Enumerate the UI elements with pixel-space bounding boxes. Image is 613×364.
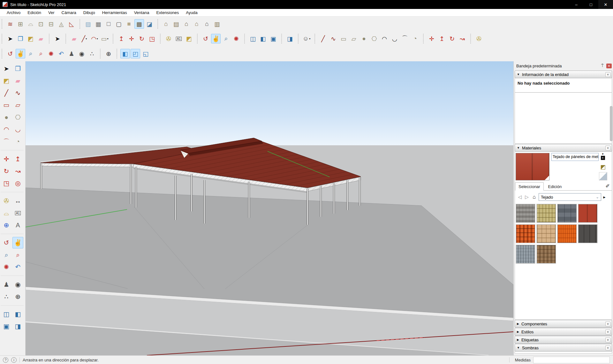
style-monochrome[interactable]: ◪ [145, 19, 154, 29]
home-icon[interactable]: ⌂ [530, 194, 538, 200]
text-tool[interactable]: A1 [174, 34, 184, 43]
collection-dropdown[interactable]: Tejado ⌄ [539, 193, 601, 201]
secondary-pane-button[interactable]: ▼ + [600, 153, 606, 161]
arc-tool[interactable]: ◠▾ [90, 34, 99, 43]
text-tool[interactable]: A1 [12, 207, 23, 219]
follow-me-tool[interactable]: ↝ [12, 165, 23, 177]
polygon-tool[interactable]: ⎔ [12, 111, 23, 123]
material-swatch-fishscale-shingles-tan[interactable] [537, 224, 556, 243]
zoom-extents[interactable]: ✺ [46, 49, 56, 58]
make-component[interactable]: ❐ [16, 34, 25, 43]
select-tool[interactable]: ➤ [53, 34, 62, 43]
style-xray[interactable]: ▨ [83, 19, 93, 29]
warehouse-get-models[interactable]: ⌂ [161, 19, 171, 29]
material-swatch-shakes-brown[interactable] [537, 245, 556, 263]
iso-view[interactable]: ◧ [120, 49, 130, 58]
rectangle-tool[interactable]: ▭ [1, 99, 12, 111]
close-button[interactable]: ✕ [598, 0, 613, 9]
two-point-arc-tool[interactable]: ◡ [390, 34, 399, 43]
dropdown-arrow-icon[interactable]: ▾ [86, 37, 87, 40]
panel-close-icon[interactable]: ✕ [605, 337, 610, 342]
zoom-window[interactable]: ⌕ [36, 49, 46, 58]
select-tool[interactable]: ➤ [1, 63, 12, 74]
pin-icon[interactable]: ⍑ [600, 63, 605, 68]
paint-bucket[interactable]: ◩ [26, 34, 35, 43]
rotate-tool[interactable]: ↻ [137, 34, 147, 43]
dimensions-tool[interactable]: ↔ [12, 195, 23, 207]
display-section-planes[interactable]: ▣ [269, 34, 278, 43]
circle-tool[interactable]: ● [359, 34, 369, 43]
axes-tool[interactable]: ⊕ [104, 49, 113, 58]
move-tool[interactable]: ✛ [127, 34, 136, 43]
warehouse-share-model[interactable]: ⌂ [192, 19, 201, 29]
expand-triangle-icon[interactable]: ▼ [517, 146, 520, 149]
panel-close-icon[interactable]: ✕ [605, 146, 610, 150]
move-tool[interactable]: ✛ [427, 34, 436, 43]
material-swatch-asphalt-shingles-gray[interactable] [516, 204, 535, 223]
panel-header-componentes[interactable]: ▶Componentes✕ [515, 320, 612, 328]
rotate-tool[interactable]: ↻ [447, 34, 457, 43]
eyedropper-icon[interactable]: ✐ [606, 183, 610, 189]
eraser-tool[interactable]: ▰ [69, 34, 79, 43]
panel-header-etiquetas[interactable]: ▶Etiquetas✕ [515, 336, 612, 344]
add-detail-icon[interactable]: ◬ [57, 19, 66, 29]
offset-tool[interactable]: ◎ [12, 178, 23, 189]
maximize-button[interactable]: □ [584, 0, 598, 9]
freehand-tool[interactable]: ∿ [12, 87, 23, 99]
top-view[interactable]: ◰ [131, 49, 140, 58]
make-component[interactable]: ❐ [12, 63, 23, 74]
flip-edge-icon[interactable]: ◺ [67, 19, 76, 29]
pan-tool[interactable]: ✌ [16, 49, 25, 58]
style-shaded-textures[interactable]: ▩ [134, 19, 144, 29]
menu-extensiones[interactable]: Extensiones [153, 10, 182, 15]
rotate-tool[interactable]: ↻ [1, 165, 12, 177]
warehouse-drawer[interactable]: ▥ [212, 19, 222, 29]
orbit-tool[interactable]: ↺ [5, 49, 15, 58]
section-fill[interactable]: ◨ [285, 34, 295, 43]
orbit-tool[interactable]: ↺ [201, 34, 210, 43]
position-camera[interactable]: ♟ [1, 279, 12, 290]
panel-close-icon[interactable]: ✕ [605, 345, 610, 350]
line-tool[interactable]: ╱ [318, 34, 328, 43]
dropdown-arrow-icon[interactable]: ▾ [97, 37, 98, 40]
panel-close-icon[interactable]: ✕ [605, 322, 610, 326]
freehand-tool[interactable]: ∿ [329, 34, 338, 43]
warehouse-home[interactable]: ⌂ [182, 19, 191, 29]
panel-header-estilos[interactable]: ▶Estilos✕ [515, 328, 612, 336]
three-point-arc-tool[interactable]: ⌒ [400, 34, 410, 43]
stamp-icon[interactable]: ⊡ [36, 19, 46, 29]
zoom-tool[interactable]: ⌕ [221, 34, 231, 43]
style-back-edges[interactable]: ▦ [94, 19, 103, 29]
display-section-cuts[interactable]: ◧ [12, 308, 23, 320]
tab-edicion[interactable]: Edición [545, 183, 565, 191]
orbit-tool[interactable]: ↺ [1, 237, 12, 248]
section-fill[interactable]: ◨ [12, 321, 23, 332]
instructor-icon[interactable]: i [11, 357, 17, 363]
scale-tool[interactable]: ◳ [147, 34, 157, 43]
panel-header-entity-info[interactable]: ▼ Información de la entidad ✕ [515, 71, 612, 78]
tape-measure[interactable]: ✇ [164, 34, 173, 43]
push-pull-tool[interactable]: ↥ [12, 153, 23, 165]
look-around[interactable]: ◉ [12, 279, 23, 290]
drape-icon[interactable]: ⊟ [46, 19, 56, 29]
zoom-extents[interactable]: ✺ [1, 261, 12, 273]
smoove-icon[interactable]: ⌓ [26, 19, 35, 29]
dropdown-arrow-icon[interactable]: ▾ [309, 37, 310, 40]
expand-triangle-icon[interactable]: ▶ [517, 322, 519, 325]
menu-edición[interactable]: Edición [24, 10, 45, 15]
zoom-tool[interactable]: ⌕ [1, 249, 12, 261]
menu-ventana[interactable]: Ventana [131, 10, 153, 15]
section-plane[interactable]: ◫ [248, 34, 258, 43]
walk-tool[interactable]: ∴ [87, 49, 97, 58]
expand-triangle-icon[interactable]: ▼ [517, 73, 520, 76]
material-swatch-metal-panels-red[interactable] [578, 204, 597, 223]
warehouse-share-component[interactable]: ⌂ [202, 19, 212, 29]
measurements-input[interactable] [533, 357, 610, 363]
style-shaded[interactable]: ■ [124, 19, 134, 29]
panel-close-icon[interactable]: ✕ [605, 330, 610, 334]
sample-paint-swatch[interactable] [599, 172, 607, 180]
tray-scrollbar[interactable] [610, 106, 613, 141]
select-tool[interactable]: ➤ [5, 34, 15, 43]
previous-view[interactable]: ↶ [57, 49, 66, 58]
expand-triangle-icon[interactable]: ▶ [517, 330, 519, 333]
